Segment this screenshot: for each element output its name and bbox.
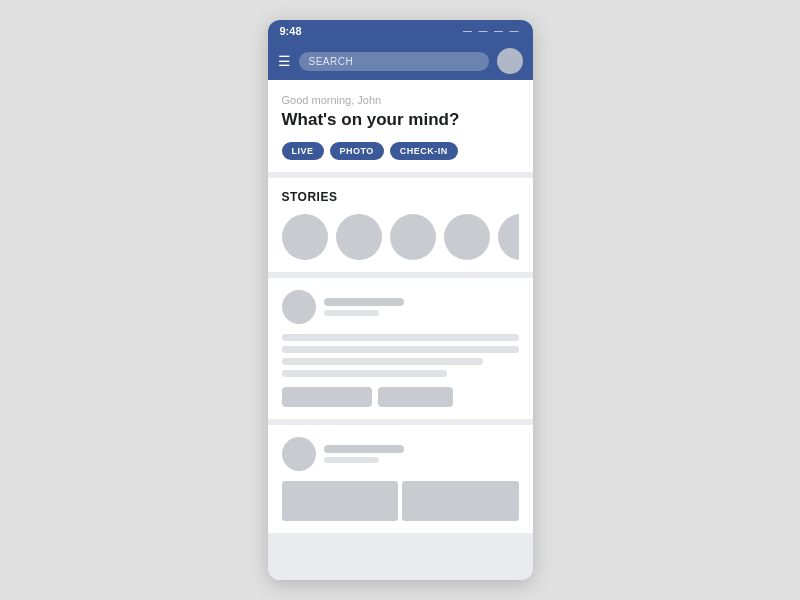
story-4[interactable]	[444, 214, 490, 260]
post-time-bar	[324, 310, 379, 316]
post-header-1	[282, 290, 519, 324]
post-meta-1	[324, 298, 519, 316]
stories-title: STORIES	[282, 190, 519, 204]
story-2[interactable]	[336, 214, 382, 260]
stories-card: STORIES	[268, 178, 533, 272]
comment-action[interactable]	[378, 387, 453, 407]
photo-button[interactable]: PHOTO	[330, 142, 384, 160]
search-label: SEARCH	[309, 56, 354, 67]
post-header-2	[282, 437, 519, 471]
post-image-row	[282, 481, 519, 521]
live-button[interactable]: LIVE	[282, 142, 324, 160]
stories-row	[282, 214, 519, 260]
story-1[interactable]	[282, 214, 328, 260]
composer-card: Good morning, John What's on your mind? …	[268, 80, 533, 172]
hamburger-icon[interactable]: ☰	[278, 53, 291, 69]
story-3[interactable]	[390, 214, 436, 260]
post-avatar-2[interactable]	[282, 437, 316, 471]
image-block-1	[282, 481, 399, 521]
prompt-text: What's on your mind?	[282, 110, 519, 130]
status-icons: — — — —	[463, 26, 521, 36]
post-card-1	[268, 278, 533, 419]
post-meta-2	[324, 445, 519, 463]
content-line-4	[282, 370, 448, 377]
nav-bar: ☰ SEARCH	[268, 42, 533, 80]
content-area: Good morning, John What's on your mind? …	[268, 80, 533, 580]
post-actions-1	[282, 387, 519, 407]
content-line-2	[282, 346, 519, 353]
story-5[interactable]	[498, 214, 519, 260]
like-action[interactable]	[282, 387, 372, 407]
post-name-bar	[324, 298, 404, 306]
content-line-1	[282, 334, 519, 341]
action-buttons: LIVE PHOTO CHECK-IN	[282, 142, 519, 160]
greeting-text: Good morning, John	[282, 94, 519, 106]
checkin-button[interactable]: CHECK-IN	[390, 142, 458, 160]
status-time: 9:48	[280, 25, 302, 37]
search-bar[interactable]: SEARCH	[299, 52, 489, 71]
phone-frame: 9:48 — — — — ☰ SEARCH Good morning, John…	[268, 20, 533, 580]
image-block-2	[402, 481, 519, 521]
post-time-bar-2	[324, 457, 379, 463]
post-name-bar-2	[324, 445, 404, 453]
content-line-3	[282, 358, 483, 365]
post-avatar-1[interactable]	[282, 290, 316, 324]
post-card-2	[268, 425, 533, 533]
status-bar: 9:48 — — — —	[268, 20, 533, 42]
post-content-lines	[282, 334, 519, 377]
nav-avatar[interactable]	[497, 48, 523, 74]
